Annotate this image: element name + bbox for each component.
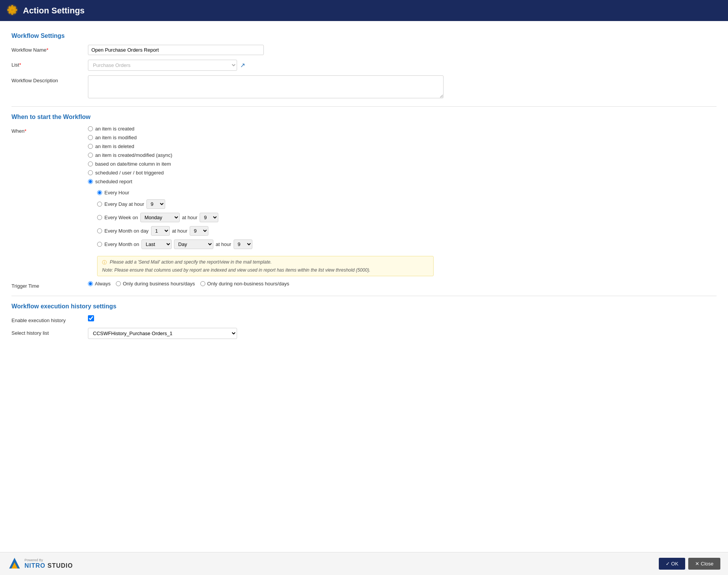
sched-label-every-hour: Every Hour — [104, 190, 129, 195]
when-option-deleted: an item is deleted — [88, 143, 717, 149]
list-control: Purchase Orders ↗ — [88, 60, 717, 71]
when-option-modified: an item is modified — [88, 135, 717, 140]
workflow-name-label: Workflow Name* — [11, 45, 88, 53]
trigger-time-always-radio[interactable] — [88, 281, 93, 286]
when-label-created: an item is created — [95, 126, 135, 132]
info-icon: ⓘ — [102, 259, 107, 266]
sched-label-every-week: Every Week on — [104, 215, 138, 220]
sched-radio-every-hour[interactable] — [97, 190, 102, 195]
sched-radio-every-week[interactable] — [97, 215, 102, 220]
trigger-time-business-radio[interactable] — [116, 281, 121, 286]
list-row: List* Purchase Orders ↗ — [11, 60, 717, 71]
description-label: Workflow Description — [11, 75, 88, 83]
sched-every-day: Every Day at hour 0123456789101112131415… — [97, 199, 717, 209]
list-select[interactable]: Purchase Orders — [88, 60, 237, 71]
workflow-name-row: Workflow Name* — [11, 45, 717, 55]
when-radio-group: an item is created an item is modified a… — [88, 126, 717, 276]
sched-every-week-hour-select[interactable]: 01234567891011121314151617181920212223 — [200, 213, 218, 222]
when-label-scheduled-user: scheduled / user / bot triggered — [95, 170, 164, 176]
sched-every-month-day-hour-select[interactable]: 01234567891011121314151617181920212223 — [190, 226, 208, 236]
main-content: Workflow Settings Workflow Name* List* P… — [0, 21, 728, 374]
sched-label-every-month-day: Every Month on day — [104, 228, 149, 234]
sched-every-month-last-hour-select[interactable]: 01234567891011121314151617181920212223 — [234, 239, 252, 249]
history-list-label: Select history list — [11, 328, 88, 336]
info-line-2: Note: Please ensure that columns used by… — [102, 267, 429, 273]
when-label-scheduled-report: scheduled report — [95, 179, 132, 184]
description-row: Workflow Description — [11, 75, 717, 99]
trigger-time-row: Trigger Time Always Only during business… — [11, 281, 717, 289]
workflow-name-input[interactable] — [88, 45, 264, 55]
trigger-time-label: Trigger Time — [11, 281, 88, 289]
when-radio-created-modified[interactable] — [88, 153, 93, 158]
when-option-scheduled-report: scheduled report — [88, 179, 717, 184]
sched-radio-every-day[interactable] — [97, 202, 102, 207]
sched-every-hour: Every Hour — [97, 190, 717, 195]
sched-radio-every-month-day[interactable] — [97, 228, 102, 233]
enable-history-control — [88, 315, 717, 321]
divider-2 — [11, 296, 717, 296]
when-radio-scheduled-user[interactable] — [88, 170, 93, 175]
enable-history-checkbox-row — [88, 315, 717, 321]
gear-icon — [6, 4, 18, 17]
sched-at-hour-label-week: at hour — [182, 215, 197, 220]
description-control — [88, 75, 717, 99]
enable-history-label: Enable execution history — [11, 315, 88, 323]
history-list-row: Select history list CCSWFHistory_Purchas… — [11, 328, 717, 339]
sched-label-every-day: Every Day at hour — [104, 201, 144, 207]
when-option-datetime: based on date/time column in item — [88, 161, 717, 167]
when-radio-deleted[interactable] — [88, 144, 93, 149]
sched-every-month-last: Every Month on Last First Second Third F… — [97, 239, 717, 249]
execution-history-title: Workflow execution history settings — [11, 303, 717, 310]
when-label-datetime: based on date/time column in item — [95, 161, 171, 167]
enable-history-row: Enable execution history — [11, 315, 717, 323]
list-external-link-icon[interactable]: ↗ — [240, 62, 245, 69]
list-label: List* — [11, 60, 88, 68]
sched-every-day-hour-select[interactable]: 01234567891011121314151617181920212223 — [146, 199, 165, 209]
sched-every-month-day-num-select[interactable]: 1234567891011121314151617181920212223242… — [151, 226, 170, 236]
when-option-scheduled-user: scheduled / user / bot triggered — [88, 170, 717, 176]
sched-at-hour-label-month-last: at hour — [216, 241, 231, 247]
when-radio-scheduled-report[interactable] — [88, 179, 93, 184]
list-select-wrapper: Purchase Orders ↗ — [88, 60, 717, 71]
app-header: Action Settings — [0, 0, 728, 21]
when-radio-modified[interactable] — [88, 135, 93, 140]
when-label-modified: an item is modified — [95, 135, 136, 140]
when-option-created-modified: an item is created/modified (async) — [88, 152, 717, 158]
page-title: Action Settings — [23, 6, 84, 16]
when-to-start-title: When to start the Workflow — [11, 114, 717, 121]
when-control: an item is created an item is modified a… — [88, 126, 717, 276]
sched-radio-every-month-last[interactable] — [97, 242, 102, 247]
when-radio-datetime[interactable] — [88, 161, 93, 166]
sched-every-week-day-select[interactable]: Monday Tuesday Wednesday Thursday Friday… — [140, 213, 180, 222]
trigger-time-always-label: Always — [88, 281, 110, 287]
enable-history-checkbox[interactable] — [88, 315, 94, 321]
trigger-time-options: Always Only during business hours/days O… — [88, 281, 717, 287]
workflow-name-control — [88, 45, 717, 55]
sched-every-month-last-period-select[interactable]: Last First Second Third Fourth — [141, 239, 172, 249]
history-list-control: CCSWFHistory_Purchase Orders_1 — [88, 328, 717, 339]
trigger-time-control: Always Only during business hours/days O… — [88, 281, 717, 287]
info-line-1: ⓘ Please add a 'Send Mail' action and sp… — [102, 259, 429, 266]
sched-label-every-month-last: Every Month on — [104, 241, 139, 247]
trigger-time-non-business-label: Only during non-business hours/days — [200, 281, 289, 287]
workflow-settings-title: Workflow Settings — [11, 33, 717, 39]
sched-at-hour-label-month-day: at hour — [172, 228, 187, 234]
sched-every-month-last-day-select[interactable]: Day Monday Tuesday Wednesday Thursday Fr… — [174, 239, 213, 249]
when-radio-created[interactable] — [88, 126, 93, 131]
when-option-created: an item is created — [88, 126, 717, 132]
when-row: When* an item is created an item is modi… — [11, 126, 717, 276]
when-label: When* — [11, 126, 88, 134]
scheduled-report-info-box: ⓘ Please add a 'Send Mail' action and sp… — [97, 256, 434, 276]
trigger-time-non-business-radio[interactable] — [200, 281, 205, 286]
history-list-select[interactable]: CCSWFHistory_Purchase Orders_1 — [88, 328, 237, 339]
divider-1 — [11, 106, 717, 107]
description-textarea[interactable] — [88, 75, 444, 98]
when-label-deleted: an item is deleted — [95, 143, 134, 149]
scheduled-report-options: Every Hour Every Day at hour 01234567891… — [97, 190, 717, 276]
sched-every-month-day: Every Month on day 123456789101112131415… — [97, 226, 717, 236]
sched-every-week: Every Week on Monday Tuesday Wednesday T… — [97, 213, 717, 222]
trigger-time-business-label: Only during business hours/days — [116, 281, 195, 287]
when-label-created-modified: an item is created/modified (async) — [95, 152, 172, 158]
